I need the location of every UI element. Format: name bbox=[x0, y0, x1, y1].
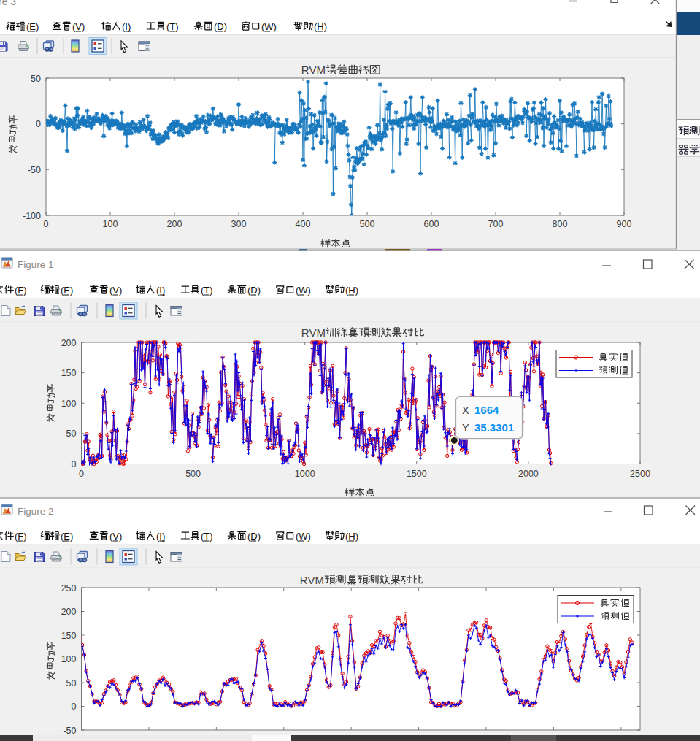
svg-text:(W): (W) bbox=[261, 21, 277, 32]
svg-text:(V): (V) bbox=[72, 21, 85, 32]
svg-text:(V): (V) bbox=[109, 531, 122, 542]
svg-text:900: 900 bbox=[617, 219, 632, 229]
svg-text:Figure 2: Figure 2 bbox=[18, 506, 54, 517]
svg-text:200: 200 bbox=[61, 338, 77, 348]
svg-text:500: 500 bbox=[185, 469, 201, 479]
svg-text:2500: 2500 bbox=[630, 469, 650, 479]
svg-text:100: 100 bbox=[61, 654, 77, 664]
svg-text:RVM: RVM bbox=[301, 326, 326, 339]
svg-text:(H): (H) bbox=[314, 21, 327, 32]
svg-text:400: 400 bbox=[296, 219, 311, 229]
svg-text:(E): (E) bbox=[26, 21, 39, 32]
svg-text:2000: 2000 bbox=[518, 469, 539, 479]
svg-text:(W): (W) bbox=[296, 531, 311, 542]
svg-text:250: 250 bbox=[61, 583, 77, 594]
svg-text:X: X bbox=[462, 404, 469, 416]
svg-text:-50: -50 bbox=[63, 726, 76, 736]
svg-text:50: 50 bbox=[66, 678, 77, 688]
svg-text:0: 0 bbox=[72, 702, 77, 712]
svg-text:(D): (D) bbox=[247, 531, 261, 542]
svg-text:(W): (W) bbox=[296, 285, 311, 296]
svg-text:(I): (I) bbox=[122, 21, 131, 32]
svg-text:150: 150 bbox=[61, 631, 77, 641]
svg-text:(I): (I) bbox=[156, 285, 165, 296]
svg-text:Y: Y bbox=[462, 422, 469, 434]
svg-text:(F): (F) bbox=[15, 531, 27, 542]
svg-text:(V): (V) bbox=[109, 285, 122, 296]
svg-text:0: 0 bbox=[79, 469, 84, 479]
svg-text:100: 100 bbox=[61, 399, 77, 409]
svg-text:(D): (D) bbox=[247, 285, 261, 296]
svg-text:(T): (T) bbox=[166, 21, 179, 32]
svg-text:800: 800 bbox=[553, 219, 568, 229]
svg-text:50: 50 bbox=[66, 429, 77, 439]
svg-text:1500: 1500 bbox=[407, 469, 427, 479]
svg-text:(H): (H) bbox=[345, 531, 358, 542]
svg-text:(T): (T) bbox=[201, 531, 213, 542]
svg-text:-100: -100 bbox=[23, 211, 41, 221]
svg-text:(E): (E) bbox=[61, 531, 73, 542]
svg-text:35.3301: 35.3301 bbox=[474, 421, 514, 434]
svg-text:200: 200 bbox=[167, 219, 182, 229]
svg-text:(I): (I) bbox=[156, 531, 165, 542]
svg-text:300: 300 bbox=[231, 219, 247, 229]
svg-text:(H): (H) bbox=[345, 285, 358, 296]
svg-text:0: 0 bbox=[72, 459, 77, 469]
svg-text:0: 0 bbox=[36, 119, 41, 129]
svg-text:(D): (D) bbox=[214, 21, 227, 32]
svg-text:600: 600 bbox=[424, 219, 439, 229]
svg-text:RVM: RVM bbox=[300, 574, 324, 586]
svg-text:-50: -50 bbox=[28, 165, 41, 175]
svg-text:1664: 1664 bbox=[474, 404, 499, 416]
svg-text:Figure 1: Figure 1 bbox=[18, 259, 54, 270]
svg-text:150: 150 bbox=[61, 368, 77, 378]
svg-text:700: 700 bbox=[488, 219, 504, 229]
svg-text:200: 200 bbox=[61, 607, 77, 617]
svg-text:(T): (T) bbox=[201, 285, 213, 296]
svg-text:500: 500 bbox=[360, 219, 375, 229]
svg-text:re 3: re 3 bbox=[0, 0, 16, 7]
svg-text:100: 100 bbox=[103, 219, 118, 229]
svg-text:1000: 1000 bbox=[295, 469, 315, 479]
svg-text:(E): (E) bbox=[61, 285, 73, 296]
svg-text:RVM: RVM bbox=[301, 64, 326, 76]
svg-text:0: 0 bbox=[44, 219, 49, 229]
svg-text:50: 50 bbox=[31, 74, 41, 84]
svg-text:(F): (F) bbox=[15, 285, 27, 296]
